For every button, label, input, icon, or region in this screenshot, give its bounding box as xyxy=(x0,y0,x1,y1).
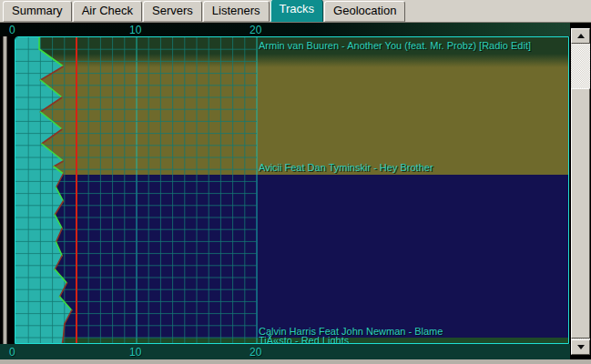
plot-area: Armin van Buuren - Another You (feat. Mr… xyxy=(15,36,569,344)
bottom-axis-tick-20: 20 xyxy=(250,346,261,359)
bottom-axis-tick-0: 0 xyxy=(9,346,15,359)
tab-bar: Summary Air Check Servers Listeners Trac… xyxy=(0,0,591,23)
bottom-axis-strip xyxy=(0,344,570,359)
scroll-down-button[interactable] xyxy=(571,339,590,355)
top-axis-tick-0: 0 xyxy=(9,24,15,36)
tab-listeners[interactable]: Listeners xyxy=(203,1,270,22)
listeners-area-chart xyxy=(15,37,568,343)
scroll-up-button[interactable] xyxy=(571,28,590,44)
tab-tracks[interactable]: Tracks xyxy=(270,0,324,22)
top-axis-tick-20: 20 xyxy=(250,24,261,36)
scroll-up-icon xyxy=(577,34,585,38)
tab-air-check[interactable]: Air Check xyxy=(73,1,142,22)
scroll-down-icon xyxy=(577,345,585,349)
tracks-statistics-window: Summary Air Check Servers Listeners Trac… xyxy=(0,0,591,364)
bottom-axis-tick-10: 10 xyxy=(129,346,141,359)
vertical-scrollbar[interactable] xyxy=(571,28,590,355)
window-edge-strip xyxy=(3,23,7,364)
top-axis-tick-10: 10 xyxy=(129,24,141,36)
track-label: Avicii Feat Dan Tyminskir - Hey Brother xyxy=(259,162,433,173)
tab-summary[interactable]: Summary xyxy=(3,1,72,22)
chart-area: 0 10 20 0 10 20 Armin van Buuren - Anoth… xyxy=(0,23,591,364)
track-label: Armin van Buuren - Another You (feat. Mr… xyxy=(259,40,531,51)
tab-geolocation[interactable]: Geolocation xyxy=(324,1,405,22)
scrollbar-track[interactable] xyxy=(571,44,590,339)
top-axis-strip xyxy=(0,23,570,36)
tab-servers[interactable]: Servers xyxy=(143,1,202,22)
scrollbar-thumb[interactable] xyxy=(571,88,590,339)
track-label: TiÃ«sto - Red Lights xyxy=(259,335,349,344)
window-bottom-edge xyxy=(0,359,591,364)
